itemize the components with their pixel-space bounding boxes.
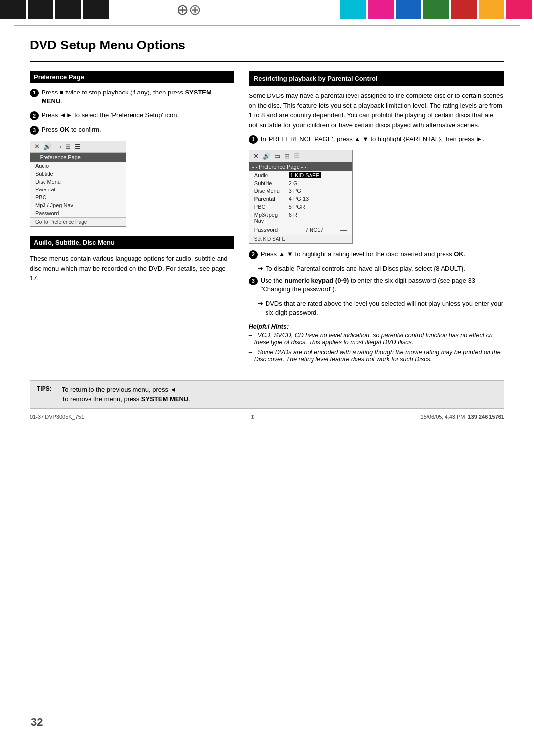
bar-black-2 [28,0,53,19]
rating-password: Password 7 NC17 — [249,225,352,235]
left-column: Preference Page 1 Press ■ twice to stop … [30,71,234,288]
step-2-num: 2 [30,111,39,120]
bar-green [423,0,449,19]
rating-disc-value: 3 PG [289,188,301,194]
footer-right: 15/06/05, 4:43 PM 139 246 15761 [421,414,504,420]
hint-1: – VCD, SVCD, CD have no level indication… [249,332,504,346]
menu-item-parental: Parental [30,186,126,193]
right-column: Restricting playback by Parental Control… [249,71,504,366]
parental-step-2-content: Press ▲ ▼ to highlight a rating level fo… [261,250,504,259]
arrow-bullet-2: DVDs that are rated above the level you … [258,299,504,317]
helpful-hints: Helpful Hints: – VCD, SVCD, CD have no l… [249,323,504,363]
step-1-content: Press ■ twice to stop playback (if any),… [42,88,234,106]
rating-pbc: PBC 5 PGR [249,203,352,211]
parental-step-3-num: 3 [249,277,258,285]
rating-subtitle-value: 2 G [289,180,298,186]
menu-item-pbc: PBC [30,193,126,201]
bar-black-1 [0,0,26,19]
icon-frame-2: ▭ [274,152,280,160]
rating-subtitle: Subtitle 2 G [249,179,352,187]
parental-step-3: 3 Use the numeric keypad (0-9) to enter … [249,276,504,294]
parental-step-1-num: 1 [249,135,258,144]
menu-header-1: - - Preference Page - - [30,153,126,162]
rating-password-value: 7 NC17 [305,227,323,233]
rating-audio-value: 1 KID SAFE [289,172,321,178]
audio-subtitle-body: These menus contain various language opt… [30,254,234,283]
bar-black-3 [55,0,81,19]
bar-pink [506,0,532,19]
preference-page-header: Preference Page [30,71,234,83]
menu-icons-row: ✕ 🔊 ▭ ⊞ ☰ [30,141,126,153]
icon-list-2: ☰ [294,152,300,160]
bar-red [451,0,477,19]
icon-x-2: ✕ [253,152,259,160]
bar-black-4 [83,0,109,19]
tips-bar: TIPS: To return to the previous menu, pr… [30,380,504,409]
scroll-arrow: — [340,226,347,234]
hints-title: Helpful Hints: [249,323,504,330]
step-1: 1 Press ■ twice to stop playback (if any… [30,88,234,106]
parental-step-2: 2 Press ▲ ▼ to highlight a rating level … [249,250,504,259]
icon-speaker-2: 🔊 [263,152,270,160]
parental-intro: Some DVDs may have a parental level assi… [249,91,504,130]
icon-speaker: 🔊 [44,143,51,150]
rating-parental: Parental 4 PG 13 [249,195,352,203]
hint-2: – Some DVDs are not encoded with a ratin… [249,349,504,363]
menu-icons-row-2: ✕ 🔊 ▭ ⊞ ☰ [249,150,352,162]
menu-item-subtitle: Subtitle [30,170,126,178]
bar-blue [396,0,421,19]
tips-content: To return to the previous menu, press ◄ … [62,385,190,404]
step-3-content: Press OK to confirm. [42,125,234,134]
audio-subtitle-header: Audio, Subtitle, Disc Menu [30,236,234,249]
rating-audio: Audio 1 KID SAFE [249,171,352,179]
preference-page-menu-mockup: ✕ 🔊 ▭ ⊞ ☰ - - Preference Page - - Audio … [30,141,126,227]
rating-parental-value: 4 PG 13 [289,196,309,202]
footer-center: 32 [31,716,43,729]
top-color-bar: ⊕ [0,0,534,19]
icon-grid2: ⊞ [65,143,71,150]
menu-header-2: - - Preference Page - - [249,162,352,171]
rating-disc-menu: Disc Menu 3 PG [249,187,352,195]
parental-menu-mockup: ✕ 🔊 ▭ ⊞ ☰ - - Preference Page - - Audio … [249,150,353,244]
bar-yellow [479,0,504,19]
footer-left: 01-37 DVP3005K_751 [30,414,84,420]
parental-step-3-content: Use the numeric keypad (0-9) to enter th… [261,276,504,294]
menu-item-audio: Audio [30,162,126,170]
icon-x: ✕ [34,143,40,150]
menu-footer-2: Set KID SAFE [249,235,352,243]
preference-page-section: Preference Page 1 Press ■ twice to stop … [30,71,234,227]
parental-control-header: Restricting playback by Parental Control [249,71,504,86]
icon-frame: ▭ [55,143,61,150]
page-footer: 01-37 DVP3005K_751 32 ⊕ 15/06/05, 4:43 P… [0,409,534,425]
tips-label: TIPS: [37,385,52,392]
bar-cyan [340,0,366,19]
step-3: 3 Press OK to confirm. [30,125,234,135]
icon-grid-2: ⊞ [284,152,290,160]
rating-mp3-value: 6 R [289,212,297,224]
parental-step-1: 1 In 'PREFERENCE PAGE', press ▲ ▼ to hig… [249,135,504,144]
menu-item-mp3: Mp3 / Jpeg Nav [30,201,126,209]
step-3-num: 3 [30,126,39,135]
parental-control-section: Restricting playback by Parental Control… [249,71,504,363]
menu-item-disc-menu: Disc Menu [30,178,126,186]
step-1-num: 1 [30,89,39,97]
parental-step-2-num: 2 [249,250,258,259]
rating-pbc-value: 5 PGR [289,204,305,210]
bar-magenta [368,0,394,19]
menu-footer-1: Go To Preference Page [30,217,126,226]
step-2-content: Press ◄► to select the 'Preference Setup… [42,111,234,120]
parental-step-1-content: In 'PREFERENCE PAGE', press ▲ ▼ to highl… [261,135,504,143]
title-divider [30,61,504,62]
page-title: DVD Setup Menu Options [30,38,504,53]
arrow-bullet-1: To disable Parental controls and have al… [258,264,504,273]
audio-subtitle-section: Audio, Subtitle, Disc Menu These menus c… [30,236,234,283]
crosshair-top: ⊕ [172,0,206,19]
rating-mp3: Mp3/Jpeg Nav 6 R [249,211,352,225]
footer-crosshair: ⊕ [84,414,420,420]
icon-list: ☰ [75,143,81,150]
menu-item-password: Password [30,209,126,217]
step-2: 2 Press ◄► to select the 'Preference Set… [30,111,234,120]
